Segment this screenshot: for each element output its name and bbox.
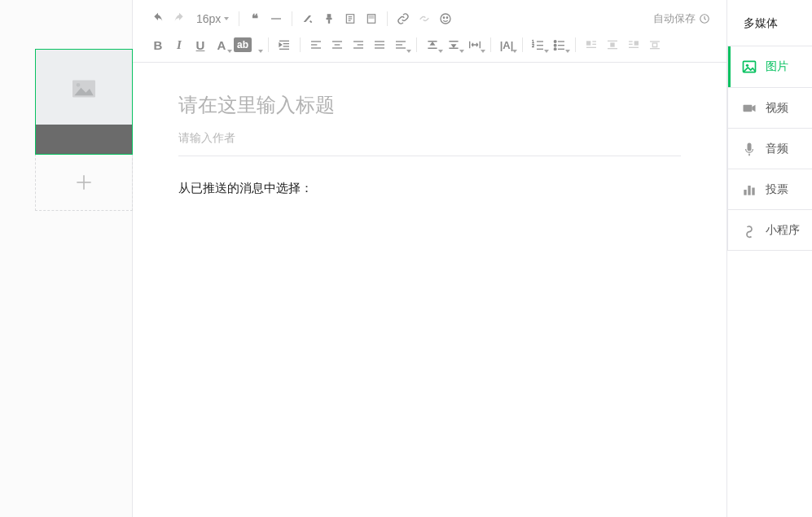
svg-rect-62 [652, 43, 656, 47]
align-center-button[interactable] [327, 34, 348, 55]
float-right-button[interactable] [623, 34, 644, 55]
media-tab-label: 小程序 [766, 223, 800, 238]
editor-content-area[interactable]: 从已推送的消息中选择： [133, 63, 726, 517]
thumbnail-caption-bar [36, 125, 132, 154]
media-tab-image[interactable]: 图片 [728, 46, 812, 87]
unlink-button[interactable] [414, 8, 435, 29]
font-size-select[interactable]: 16px [190, 12, 234, 25]
underline-button[interactable]: U [190, 34, 211, 55]
insert-card-button[interactable] [361, 8, 382, 29]
media-tab-miniprogram[interactable]: 小程序 [728, 209, 812, 250]
toolbar-separator [387, 11, 388, 26]
autosave-status: 自动保存 [653, 11, 713, 26]
italic-button[interactable]: I [169, 34, 190, 55]
float-left-button[interactable] [581, 34, 602, 55]
float-none-button[interactable] [644, 34, 665, 55]
align-right-button[interactable] [348, 34, 369, 55]
svg-rect-66 [744, 104, 753, 111]
toolbar-separator [268, 37, 269, 52]
svg-rect-55 [610, 42, 614, 46]
blockquote-button[interactable]: ❝ [244, 8, 266, 29]
page-thumbnail[interactable] [35, 49, 133, 155]
ordered-list-button[interactable]: 12 [528, 34, 549, 55]
svg-rect-68 [744, 190, 746, 195]
title-input[interactable] [178, 92, 681, 126]
clock-icon [699, 13, 710, 24]
svg-point-48 [554, 48, 556, 50]
toolbar-separator [490, 37, 491, 52]
poll-icon [741, 182, 757, 198]
emoji-button[interactable] [435, 8, 456, 29]
media-tab-label: 音频 [766, 142, 788, 156]
unordered-list-button[interactable] [549, 34, 570, 55]
add-page-button[interactable] [35, 154, 133, 211]
letter-spacing-button[interactable]: |A| [496, 34, 517, 55]
svg-rect-6 [327, 18, 332, 20]
media-sidebar-title: 多媒体 [727, 0, 812, 46]
media-tab-video[interactable]: 视频 [728, 87, 812, 128]
align-more-button[interactable] [390, 34, 411, 55]
microphone-icon [741, 141, 757, 157]
line-height-inc-button[interactable] [422, 34, 443, 55]
toolbar-separator [416, 37, 417, 52]
editor-toolbar: 16px ❝ 自动保存 B I U A ab [133, 0, 726, 63]
body-paragraph[interactable]: 从已推送的消息中选择： [178, 181, 681, 196]
image-icon [741, 59, 757, 75]
redo-button[interactable] [169, 8, 190, 29]
svg-rect-70 [752, 187, 754, 195]
chevron-down-icon [227, 50, 232, 53]
svg-point-1 [77, 83, 81, 87]
bold-button[interactable]: B [147, 34, 169, 55]
insert-template-button[interactable] [340, 8, 361, 29]
spacing-button[interactable] [464, 34, 485, 55]
svg-rect-7 [328, 20, 330, 24]
float-center-button[interactable] [602, 34, 623, 55]
svg-rect-13 [369, 16, 374, 19]
align-left-button[interactable] [305, 34, 327, 55]
miniprogram-icon [741, 222, 757, 239]
insert-link-button[interactable] [393, 8, 414, 29]
media-tab-label: 图片 [766, 59, 788, 74]
toolbar-row-1: 16px ❝ 自动保存 [147, 7, 713, 31]
horizontal-rule-button[interactable] [266, 8, 287, 29]
editor-pane: 16px ❝ 自动保存 B I U A ab [133, 0, 726, 517]
chevron-down-icon [565, 50, 570, 53]
media-tab-label: 投票 [766, 182, 788, 197]
svg-rect-50 [586, 41, 590, 45]
video-icon [741, 100, 757, 116]
svg-point-15 [444, 17, 445, 18]
font-size-value: 16px [196, 12, 221, 25]
format-brush-button[interactable] [318, 8, 340, 29]
toolbar-separator [239, 11, 239, 26]
svg-rect-69 [748, 186, 750, 195]
highlight-button[interactable]: ab [234, 37, 252, 52]
svg-point-65 [746, 64, 748, 67]
thumbnail-image-placeholder [36, 50, 132, 127]
media-tab-vote[interactable]: 投票 [728, 169, 812, 209]
page-thumbnail-rail [0, 0, 133, 517]
svg-point-44 [554, 41, 556, 43]
clear-format-button[interactable] [297, 8, 318, 29]
media-tab-label: 视频 [766, 101, 788, 116]
author-input[interactable] [178, 126, 681, 156]
align-justify-button[interactable] [369, 34, 390, 55]
indent-button[interactable] [274, 34, 295, 55]
svg-rect-5 [327, 14, 331, 18]
svg-rect-67 [748, 142, 752, 151]
undo-button[interactable] [147, 8, 169, 29]
highlight-dropdown[interactable] [253, 34, 263, 55]
media-type-list: 图片 视频 音频 投票 小程序 [727, 46, 812, 251]
toolbar-row-2: B I U A ab |A| 12 [147, 33, 713, 57]
media-tab-audio[interactable]: 音频 [728, 128, 812, 169]
chevron-down-icon [258, 50, 263, 53]
svg-point-46 [554, 44, 556, 46]
svg-text:2: 2 [532, 43, 534, 48]
autosave-label: 自动保存 [653, 11, 696, 26]
chevron-down-icon [512, 50, 517, 53]
line-height-dec-button[interactable] [443, 34, 464, 55]
svg-point-14 [441, 14, 450, 24]
chevron-down-icon [224, 17, 229, 20]
font-color-button[interactable]: A [211, 34, 232, 55]
chevron-down-icon [481, 50, 485, 53]
toolbar-separator [292, 11, 292, 26]
